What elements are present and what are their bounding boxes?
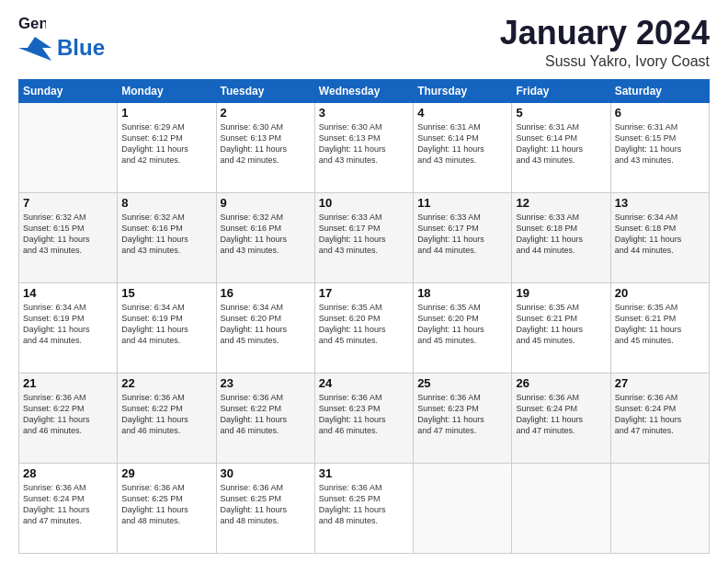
calendar-cell — [414, 463, 512, 553]
calendar-row: 21Sunrise: 6:36 AM Sunset: 6:22 PM Dayli… — [19, 373, 710, 463]
day-info: Sunrise: 6:36 AM Sunset: 6:25 PM Dayligh… — [121, 482, 211, 527]
day-number: 13 — [615, 196, 705, 210]
day-number: 14 — [23, 286, 113, 300]
day-number: 15 — [121, 286, 211, 300]
calendar-cell: 26Sunrise: 6:36 AM Sunset: 6:24 PM Dayli… — [512, 373, 610, 463]
day-info: Sunrise: 6:35 AM Sunset: 6:20 PM Dayligh… — [319, 302, 409, 347]
day-info: Sunrise: 6:36 AM Sunset: 6:22 PM Dayligh… — [23, 392, 113, 437]
day-info: Sunrise: 6:35 AM Sunset: 6:21 PM Dayligh… — [516, 302, 606, 347]
day-number: 6 — [615, 106, 705, 120]
svg-text:General: General — [18, 15, 46, 32]
day-number: 21 — [23, 376, 113, 390]
day-number: 8 — [121, 196, 211, 210]
day-info: Sunrise: 6:33 AM Sunset: 6:18 PM Dayligh… — [516, 212, 606, 257]
calendar-cell: 22Sunrise: 6:36 AM Sunset: 6:22 PM Dayli… — [118, 373, 216, 463]
day-info: Sunrise: 6:32 AM Sunset: 6:15 PM Dayligh… — [23, 212, 113, 257]
day-info: Sunrise: 6:36 AM Sunset: 6:22 PM Dayligh… — [221, 392, 311, 437]
day-info: Sunrise: 6:34 AM Sunset: 6:19 PM Dayligh… — [121, 302, 211, 347]
calendar-cell: 19Sunrise: 6:35 AM Sunset: 6:21 PM Dayli… — [512, 282, 610, 373]
day-number: 18 — [417, 286, 507, 300]
day-number: 10 — [319, 196, 409, 210]
day-info: Sunrise: 6:31 AM Sunset: 6:15 PM Dayligh… — [615, 121, 705, 167]
day-info: Sunrise: 6:33 AM Sunset: 6:17 PM Dayligh… — [319, 212, 409, 257]
day-info: Sunrise: 6:35 AM Sunset: 6:21 PM Dayligh… — [615, 302, 705, 347]
subtitle: Sussu Yakro, Ivory Coast — [500, 53, 710, 70]
day-number: 22 — [121, 376, 211, 390]
calendar-header-thursday: Thursday — [414, 79, 512, 102]
calendar-header-saturday: Saturday — [610, 79, 709, 102]
calendar-cell — [19, 102, 118, 192]
day-number: 9 — [221, 196, 311, 210]
calendar-cell: 14Sunrise: 6:34 AM Sunset: 6:19 PM Dayli… — [19, 282, 118, 373]
calendar-cell: 2Sunrise: 6:30 AM Sunset: 6:13 PM Daylig… — [216, 102, 314, 192]
calendar-cell: 30Sunrise: 6:36 AM Sunset: 6:25 PM Dayli… — [216, 463, 314, 553]
calendar-cell: 11Sunrise: 6:33 AM Sunset: 6:17 PM Dayli… — [414, 192, 512, 282]
calendar-cell: 20Sunrise: 6:35 AM Sunset: 6:21 PM Dayli… — [610, 282, 709, 373]
day-info: Sunrise: 6:34 AM Sunset: 6:18 PM Dayligh… — [615, 212, 705, 257]
calendar-cell: 17Sunrise: 6:35 AM Sunset: 6:20 PM Dayli… — [314, 282, 413, 373]
title-section: January 2024 Sussu Yakro, Ivory Coast — [500, 15, 710, 70]
day-number: 20 — [615, 286, 705, 300]
calendar-cell: 5Sunrise: 6:31 AM Sunset: 6:14 PM Daylig… — [512, 102, 610, 192]
day-number: 23 — [221, 376, 311, 390]
day-info: Sunrise: 6:29 AM Sunset: 6:12 PM Dayligh… — [121, 121, 211, 167]
day-number: 1 — [121, 106, 211, 120]
day-info: Sunrise: 6:35 AM Sunset: 6:20 PM Dayligh… — [417, 302, 507, 347]
day-info: Sunrise: 6:34 AM Sunset: 6:20 PM Dayligh… — [221, 302, 311, 347]
day-info: Sunrise: 6:32 AM Sunset: 6:16 PM Dayligh… — [121, 212, 211, 257]
calendar-cell: 16Sunrise: 6:34 AM Sunset: 6:20 PM Dayli… — [216, 282, 314, 373]
calendar-cell: 23Sunrise: 6:36 AM Sunset: 6:22 PM Dayli… — [216, 373, 314, 463]
day-number: 24 — [319, 376, 409, 390]
calendar-row: 1Sunrise: 6:29 AM Sunset: 6:12 PM Daylig… — [19, 102, 710, 192]
calendar-header-tuesday: Tuesday — [216, 79, 314, 102]
logo: General Blue — [18, 15, 105, 61]
main-title: January 2024 — [500, 15, 710, 52]
calendar-cell: 18Sunrise: 6:35 AM Sunset: 6:20 PM Dayli… — [414, 282, 512, 373]
day-info: Sunrise: 6:34 AM Sunset: 6:19 PM Dayligh… — [23, 302, 113, 347]
calendar-cell: 8Sunrise: 6:32 AM Sunset: 6:16 PM Daylig… — [118, 192, 216, 282]
calendar-cell: 15Sunrise: 6:34 AM Sunset: 6:19 PM Dayli… — [118, 282, 216, 373]
day-number: 27 — [615, 376, 705, 390]
day-info: Sunrise: 6:36 AM Sunset: 6:24 PM Dayligh… — [615, 392, 705, 437]
calendar-header-wednesday: Wednesday — [314, 79, 413, 102]
day-info: Sunrise: 6:36 AM Sunset: 6:24 PM Dayligh… — [516, 392, 606, 437]
header: General Blue January 2024 Sussu Yakro, I… — [18, 15, 710, 70]
logo-icon: General — [18, 15, 46, 35]
day-info: Sunrise: 6:36 AM Sunset: 6:22 PM Dayligh… — [121, 392, 211, 437]
calendar-header-row: SundayMondayTuesdayWednesdayThursdayFrid… — [19, 79, 710, 102]
calendar-cell: 9Sunrise: 6:32 AM Sunset: 6:16 PM Daylig… — [216, 192, 314, 282]
day-info: Sunrise: 6:32 AM Sunset: 6:16 PM Dayligh… — [221, 212, 311, 257]
day-number: 25 — [417, 376, 507, 390]
calendar-cell: 31Sunrise: 6:36 AM Sunset: 6:25 PM Dayli… — [314, 463, 413, 553]
day-number: 30 — [221, 466, 311, 480]
calendar-cell — [512, 463, 610, 553]
day-info: Sunrise: 6:36 AM Sunset: 6:23 PM Dayligh… — [319, 392, 409, 437]
page: General Blue January 2024 Sussu Yakro, I… — [0, 0, 728, 563]
calendar-cell — [610, 463, 709, 553]
calendar-row: 7Sunrise: 6:32 AM Sunset: 6:15 PM Daylig… — [19, 192, 710, 282]
svg-marker-1 — [18, 37, 51, 61]
calendar-cell: 10Sunrise: 6:33 AM Sunset: 6:17 PM Dayli… — [314, 192, 413, 282]
day-info: Sunrise: 6:36 AM Sunset: 6:25 PM Dayligh… — [221, 482, 311, 527]
day-info: Sunrise: 6:30 AM Sunset: 6:13 PM Dayligh… — [319, 121, 409, 167]
day-info: Sunrise: 6:31 AM Sunset: 6:14 PM Dayligh… — [516, 121, 606, 167]
day-number: 3 — [319, 106, 409, 120]
calendar-cell: 21Sunrise: 6:36 AM Sunset: 6:22 PM Dayli… — [19, 373, 118, 463]
bird-icon — [18, 35, 51, 61]
calendar-cell: 3Sunrise: 6:30 AM Sunset: 6:13 PM Daylig… — [314, 102, 413, 192]
day-info: Sunrise: 6:36 AM Sunset: 6:25 PM Dayligh… — [319, 482, 409, 527]
day-number: 19 — [516, 286, 606, 300]
logo-text: Blue — [57, 35, 105, 61]
calendar-header-monday: Monday — [118, 79, 216, 102]
day-number: 31 — [319, 466, 409, 480]
calendar-cell: 6Sunrise: 6:31 AM Sunset: 6:15 PM Daylig… — [610, 102, 709, 192]
day-number: 17 — [319, 286, 409, 300]
calendar-cell: 28Sunrise: 6:36 AM Sunset: 6:24 PM Dayli… — [19, 463, 118, 553]
day-number: 2 — [221, 106, 311, 120]
calendar-header-sunday: Sunday — [19, 79, 118, 102]
day-number: 12 — [516, 196, 606, 210]
day-info: Sunrise: 6:30 AM Sunset: 6:13 PM Dayligh… — [221, 121, 311, 167]
calendar-cell: 29Sunrise: 6:36 AM Sunset: 6:25 PM Dayli… — [118, 463, 216, 553]
day-number: 29 — [121, 466, 211, 480]
day-number: 11 — [417, 196, 507, 210]
